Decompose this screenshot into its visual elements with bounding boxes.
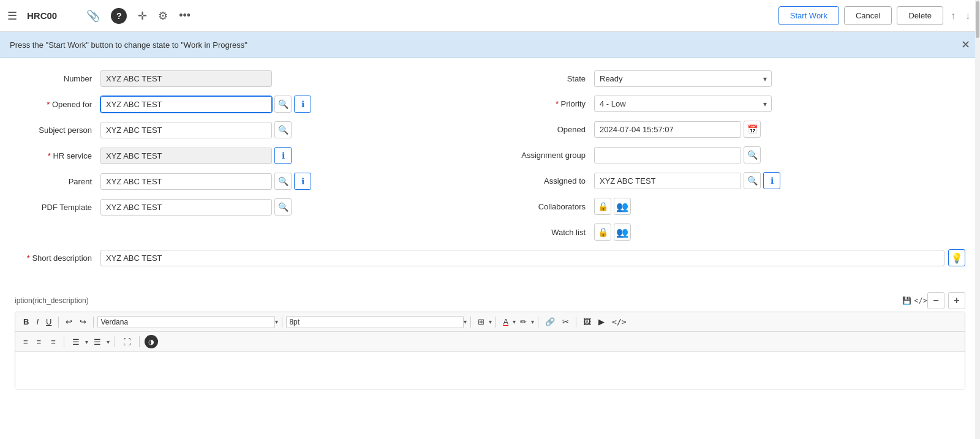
short-description-label: Short description — [15, 253, 100, 263]
toolbar-icons: 📎 ? ✛ ⚙ ••• — [86, 8, 190, 24]
subject-person-search-button[interactable]: 🔍 — [274, 121, 292, 138]
sep-4 — [470, 317, 471, 328]
left-column: Number Opened for 🔍 ℹ Subject person — [15, 70, 472, 249]
up-arrow-button[interactable]: ↑ — [948, 8, 958, 24]
contrast-button[interactable]: ◑ — [145, 335, 158, 348]
link-button[interactable]: 🔗 — [542, 315, 558, 328]
watch-list-lock-button[interactable]: 🔒 — [594, 223, 611, 241]
assigned-to-control-wrap: 🔍 ℹ — [594, 172, 965, 189]
paperclip-icon[interactable]: 📎 — [86, 9, 100, 23]
fullscreen-button[interactable]: ⛶ — [120, 336, 134, 348]
align-center-button[interactable]: ≡ — [34, 336, 46, 348]
subject-person-input[interactable] — [100, 122, 272, 138]
sep-9 — [115, 336, 115, 347]
menu-icon[interactable]: ☰ — [7, 9, 17, 23]
watch-list-label: Watch list — [508, 228, 594, 237]
source-button[interactable]: </> — [609, 315, 629, 328]
parent-search-button[interactable]: 🔍 — [274, 173, 292, 190]
save-icon[interactable]: 💾 — [902, 296, 911, 305]
short-description-lightbulb-button[interactable]: 💡 — [948, 249, 965, 266]
assignment-group-input[interactable] — [594, 147, 741, 163]
help-icon[interactable]: ? — [111, 8, 127, 24]
editor-content-area[interactable] — [15, 352, 965, 389]
image-button[interactable]: 🖼 — [580, 315, 594, 328]
more-icon[interactable]: ••• — [179, 9, 190, 22]
video-button[interactable]: ▶ — [595, 315, 608, 328]
start-work-button[interactable]: Start Work — [778, 6, 839, 25]
align-left-button[interactable]: ≡ — [20, 336, 31, 348]
opened-input[interactable] — [594, 121, 741, 138]
right-column: State Ready Work in Progress Closed Canc… — [508, 70, 965, 249]
numbered-list-button[interactable]: ☰ — [91, 336, 104, 348]
pdf-template-search-button[interactable]: 🔍 — [274, 198, 292, 216]
watch-list-control-wrap: 🔒 👥 — [594, 223, 965, 241]
settings-icon[interactable]: ⚙ — [158, 9, 168, 23]
rich-description-section: iption(rich_description) 💾 </> − + B I U… — [0, 292, 980, 389]
priority-select[interactable]: 1 - Critical 2 - High 3 - Medium 4 - Low — [594, 96, 772, 112]
undo-button[interactable]: ↩ — [62, 315, 75, 328]
cancel-button[interactable]: Cancel — [844, 6, 892, 25]
unlink-button[interactable]: ✂ — [559, 315, 572, 328]
delete-button[interactable]: Delete — [897, 6, 943, 25]
sep-5 — [496, 317, 496, 328]
opened-for-search-button[interactable]: 🔍 — [274, 96, 292, 113]
highlight-button[interactable]: ✏ — [517, 315, 530, 328]
watch-list-group-button[interactable]: 👥 — [614, 223, 631, 241]
table-button[interactable]: ⊞ — [475, 315, 488, 328]
subject-person-label: Subject person — [15, 126, 100, 135]
toolbar: ☰ HRC00 📎 ? ✛ ⚙ ••• Start Work Cancel De… — [0, 0, 980, 32]
bold-button[interactable]: B — [20, 315, 32, 328]
hr-service-info-button[interactable]: ℹ — [274, 147, 292, 164]
opened-calendar-button[interactable]: 📅 — [744, 121, 761, 138]
state-label: State — [508, 74, 594, 83]
italic-button[interactable]: I — [33, 315, 42, 328]
sep-2 — [93, 317, 94, 328]
collaborators-row: Collaborators 🔒 👥 — [508, 198, 965, 215]
collaborators-control-wrap: 🔒 👥 — [594, 198, 965, 215]
assigned-to-search-button[interactable]: 🔍 — [744, 172, 761, 189]
redo-button[interactable]: ↪ — [77, 315, 89, 328]
assigned-to-info-button[interactable]: ℹ — [763, 172, 780, 189]
editor-toolbar-1: B I U ↩ ↪ Verdana Arial Times New Roman … — [15, 312, 965, 332]
add-icon[interactable]: ✛ — [138, 9, 147, 23]
number-control-wrap — [100, 70, 472, 87]
banner-close-button[interactable]: ✕ — [961, 38, 970, 51]
bullet-list-button[interactable]: ☰ — [69, 336, 83, 348]
scrollbar[interactable] — [975, 0, 980, 389]
subject-person-control-wrap: 🔍 — [100, 121, 472, 138]
text-color-button[interactable]: A — [500, 315, 511, 328]
text-color-chevron-icon: ▾ — [513, 318, 516, 325]
rich-desc-minus-button[interactable]: − — [927, 292, 944, 309]
hr-service-control-wrap: ℹ — [100, 147, 472, 164]
assigned-to-input[interactable] — [594, 173, 741, 189]
opened-control-wrap: 📅 — [594, 121, 965, 138]
opened-for-input[interactable] — [100, 96, 272, 113]
scrollbar-thumb[interactable] — [976, 1, 979, 38]
collaborators-group-button[interactable]: 👥 — [614, 198, 631, 215]
parent-input[interactable] — [100, 173, 272, 190]
page-title: HRC00 — [27, 10, 57, 21]
short-description-input[interactable] — [100, 250, 944, 266]
pdf-template-control-wrap: 🔍 — [100, 198, 472, 216]
underline-button[interactable]: U — [43, 315, 55, 328]
align-right-button[interactable]: ≡ — [48, 336, 59, 348]
font-family-select[interactable]: Verdana Arial Times New Roman — [97, 316, 275, 328]
hr-service-input[interactable] — [100, 148, 272, 164]
pdf-template-input[interactable] — [100, 199, 272, 216]
rich-desc-plus-button[interactable]: + — [948, 292, 965, 309]
assignment-group-search-button[interactable]: 🔍 — [744, 146, 761, 163]
subject-person-row: Subject person 🔍 — [15, 121, 472, 138]
state-control-wrap: Ready Work in Progress Closed Cancelled — [594, 70, 965, 87]
parent-info-button[interactable]: ℹ — [294, 173, 311, 190]
code-icon[interactable]: </> — [914, 296, 927, 305]
pdf-template-label: PDF Template — [15, 203, 100, 212]
opened-for-info-button[interactable]: ℹ — [294, 96, 311, 113]
font-size-select[interactable]: 8pt 10pt 12pt 14pt — [286, 316, 464, 328]
parent-label: Parent — [15, 177, 100, 186]
number-input[interactable] — [100, 70, 272, 87]
state-select[interactable]: Ready Work in Progress Closed Cancelled — [594, 70, 772, 87]
info-banner: Press the "Start Work" button to change … — [0, 32, 980, 58]
collaborators-lock-button[interactable]: 🔒 — [594, 198, 611, 215]
assigned-to-label: Assigned to — [508, 176, 594, 186]
down-arrow-button[interactable]: ↓ — [963, 8, 973, 24]
